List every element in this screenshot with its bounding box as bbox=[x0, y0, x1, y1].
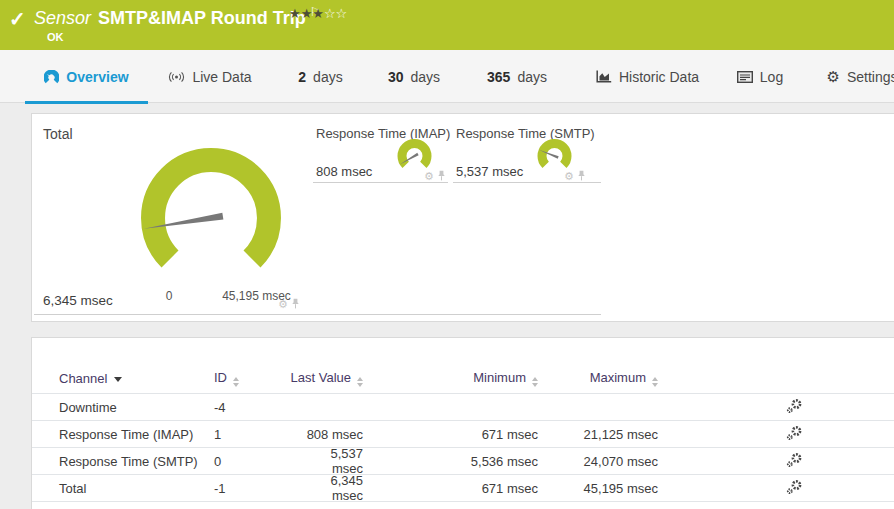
channels-table-panel: Channel ID Last Value Minimum Maximum Do… bbox=[31, 337, 894, 509]
total-gauge-title: Total bbox=[43, 126, 73, 142]
cell-channel: Response Time (SMTP) bbox=[59, 454, 214, 469]
tab-30-days-label: days bbox=[411, 69, 441, 85]
cell-maximum: 21,125 msec bbox=[538, 427, 658, 442]
table-row-response-time-smtp[interactable]: Response Time (SMTP) 0 5,537 msec 5,536 … bbox=[32, 448, 894, 475]
tile-gear-icon[interactable]: ⚙ bbox=[278, 299, 288, 309]
tile-gear-icon[interactable]: ⚙ bbox=[424, 171, 434, 181]
tab-bar: Overview Live Data 2 days 30 days 365 da… bbox=[0, 50, 894, 103]
channel-settings-icon[interactable] bbox=[786, 479, 803, 495]
overview-gauges-panel: Total 0 45,195 msec 6,345 msec ⚙ Respons… bbox=[31, 113, 894, 322]
sensor-status-banner: ✓ SensorSMTP&IMAP Round Trip⚐ ★★★☆☆ OK bbox=[0, 0, 894, 50]
cell-last-value: 5,537 msec bbox=[299, 446, 363, 476]
gauge-icon bbox=[44, 70, 59, 84]
tab-2-days-label: days bbox=[313, 69, 343, 85]
tile-gear-icon[interactable]: ⚙ bbox=[564, 171, 574, 181]
tab-365-days[interactable]: 365 days bbox=[477, 50, 557, 103]
total-tile-controls[interactable]: ⚙ bbox=[278, 298, 300, 309]
sort-desc-icon bbox=[114, 377, 122, 382]
channel-settings-icon[interactable] bbox=[786, 398, 803, 414]
smtp-gauge-value: 5,537 msec bbox=[456, 164, 523, 179]
star-empty-icons[interactable]: ☆☆ bbox=[324, 6, 347, 21]
sensor-title: SensorSMTP&IMAP Round Trip⚐ bbox=[34, 8, 306, 29]
tile-pin-icon[interactable] bbox=[577, 170, 586, 181]
column-header-last-value[interactable]: Last Value bbox=[233, 370, 363, 387]
tab-historic-data[interactable]: Historic Data bbox=[590, 50, 705, 103]
tab-log-label: Log bbox=[760, 69, 783, 85]
tab-log[interactable]: Log bbox=[730, 50, 790, 103]
status-badge: OK bbox=[47, 31, 64, 43]
sensor-type-label: Sensor bbox=[34, 8, 91, 28]
tab-30-days[interactable]: 30 days bbox=[378, 50, 450, 103]
table-row-downtime[interactable]: Downtime -4 bbox=[32, 394, 894, 421]
imap-gauge-value: 808 msec bbox=[316, 164, 372, 179]
tab-live-data[interactable]: Live Data bbox=[155, 50, 265, 103]
cell-channel: Downtime bbox=[59, 400, 214, 415]
sensor-name: SMTP&IMAP Round Trip bbox=[98, 8, 306, 28]
tab-settings[interactable]: ⚙ Settings bbox=[830, 50, 894, 103]
cell-id: 0 bbox=[214, 454, 299, 469]
settings-gear-icon: ⚙ bbox=[826, 68, 839, 86]
gauge-row-divider bbox=[34, 314, 601, 315]
imap-tile-controls[interactable]: ⚙ bbox=[424, 170, 446, 181]
cell-minimum: 671 msec bbox=[363, 427, 538, 442]
imap-tile-divider bbox=[313, 182, 448, 183]
column-header-maximum[interactable]: Maximum bbox=[538, 370, 658, 387]
star-filled-icons[interactable]: ★★★ bbox=[289, 6, 324, 21]
historic-chart-icon bbox=[596, 70, 612, 83]
smtp-tile-controls[interactable]: ⚙ bbox=[564, 170, 586, 181]
live-data-icon bbox=[168, 71, 185, 83]
tab-30-days-number: 30 bbox=[388, 69, 404, 85]
cell-maximum: 24,070 msec bbox=[538, 454, 658, 469]
column-header-minimum[interactable]: Minimum bbox=[363, 370, 538, 387]
tile-pin-icon[interactable] bbox=[437, 170, 446, 181]
total-gauge bbox=[131, 138, 291, 288]
cell-last-value: 808 msec bbox=[299, 427, 363, 442]
table-body: Downtime -4 Response Time (IMAP) 1 808 m… bbox=[32, 394, 894, 502]
cell-channel: Response Time (IMAP) bbox=[59, 427, 214, 442]
tab-overview[interactable]: Overview bbox=[25, 50, 148, 103]
channel-settings-icon[interactable] bbox=[786, 452, 803, 468]
priority-stars[interactable]: ★★★☆☆ bbox=[289, 6, 347, 21]
tab-historic-data-label: Historic Data bbox=[619, 69, 699, 85]
cell-last-value: 6,345 msec bbox=[299, 473, 363, 503]
cell-minimum: 671 msec bbox=[363, 481, 538, 496]
tab-live-data-label: Live Data bbox=[192, 69, 251, 85]
cell-id: 1 bbox=[214, 427, 299, 442]
log-icon bbox=[737, 71, 753, 83]
channel-settings-icon[interactable] bbox=[786, 425, 803, 441]
total-gauge-value: 6,345 msec bbox=[43, 293, 113, 308]
table-row-response-time-imap[interactable]: Response Time (IMAP) 1 808 msec 671 msec… bbox=[32, 421, 894, 448]
tab-2-days-number: 2 bbox=[298, 69, 306, 85]
cell-channel: Total bbox=[59, 481, 214, 496]
tile-pin-icon[interactable] bbox=[291, 298, 300, 309]
column-header-channel[interactable]: Channel bbox=[59, 371, 214, 386]
cell-id: -1 bbox=[214, 481, 299, 496]
tab-settings-label: Settings bbox=[847, 69, 894, 85]
tab-2-days[interactable]: 2 days bbox=[288, 50, 353, 103]
table-row-total[interactable]: Total -1 6,345 msec 671 msec 45,195 msec bbox=[32, 475, 894, 502]
sort-icon bbox=[652, 377, 658, 387]
total-gauge-scale-min: 0 bbox=[157, 289, 181, 303]
cell-maximum: 45,195 msec bbox=[538, 481, 658, 496]
ok-check-icon: ✓ bbox=[9, 7, 26, 31]
cell-minimum: 5,536 msec bbox=[363, 454, 538, 469]
tab-365-days-label: days bbox=[517, 69, 547, 85]
smtp-tile-divider bbox=[453, 182, 601, 183]
prtg-sensor-page: ✓ SensorSMTP&IMAP Round Trip⚐ ★★★☆☆ OK O… bbox=[0, 0, 894, 509]
tab-365-days-number: 365 bbox=[487, 69, 510, 85]
tab-overview-label: Overview bbox=[66, 69, 128, 85]
table-header-row: Channel ID Last Value Minimum Maximum bbox=[32, 364, 894, 394]
cell-id: -4 bbox=[214, 400, 299, 415]
